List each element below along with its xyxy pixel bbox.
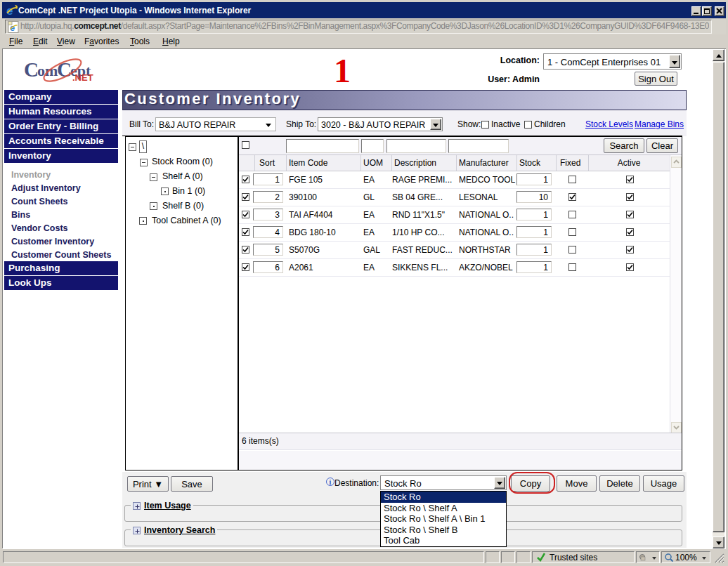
svg-text:.NET: .NET <box>72 72 93 83</box>
svg-text:om: om <box>37 62 58 79</box>
svg-text:C: C <box>24 58 39 81</box>
